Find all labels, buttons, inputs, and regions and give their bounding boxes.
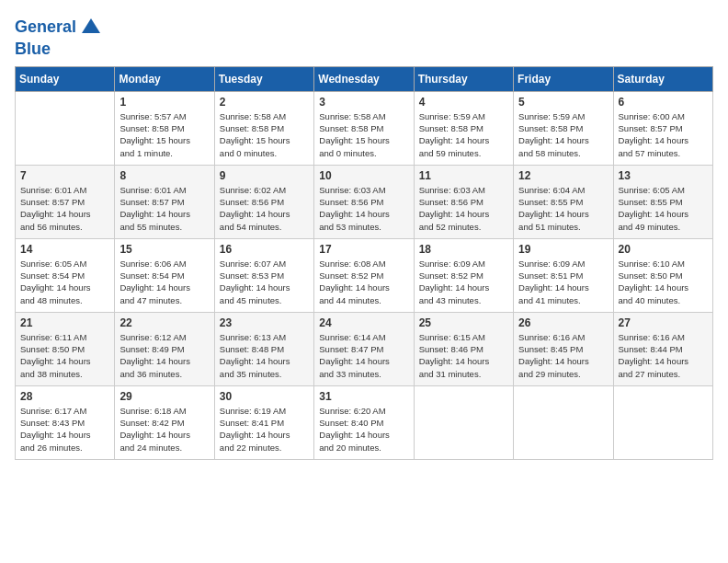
day-number: 19 <box>518 243 608 256</box>
day-number: 9 <box>220 169 309 182</box>
cell-info: Sunrise: 5:58 AM Sunset: 8:58 PM Dayligh… <box>319 110 408 159</box>
svg-marker-0 <box>82 18 100 33</box>
cell-info: Sunrise: 6:09 AM Sunset: 8:52 PM Dayligh… <box>419 258 508 306</box>
day-number: 3 <box>319 96 408 109</box>
day-number: 7 <box>20 169 109 182</box>
day-number: 1 <box>119 96 209 109</box>
cell-info: Sunrise: 6:15 AM Sunset: 8:46 PM Dayligh… <box>419 331 508 380</box>
day-number: 2 <box>220 96 309 109</box>
calendar-cell: 12Sunrise: 6:04 AM Sunset: 8:55 PM Dayli… <box>514 165 613 238</box>
calendar-cell: 29Sunrise: 6:18 AM Sunset: 8:42 PM Dayli… <box>115 385 214 459</box>
day-number: 21 <box>20 316 109 329</box>
day-number: 6 <box>619 96 708 109</box>
calendar-cell: 6Sunrise: 6:00 AM Sunset: 8:57 PM Daylig… <box>613 91 712 165</box>
calendar-cell: 7Sunrise: 6:01 AM Sunset: 8:57 PM Daylig… <box>16 165 115 238</box>
cell-info: Sunrise: 5:59 AM Sunset: 8:58 PM Dayligh… <box>419 110 508 159</box>
calendar-cell: 18Sunrise: 6:09 AM Sunset: 8:52 PM Dayli… <box>414 238 513 312</box>
calendar-cell: 22Sunrise: 6:12 AM Sunset: 8:49 PM Dayli… <box>115 312 214 385</box>
day-number: 23 <box>220 316 309 329</box>
day-header-friday: Friday <box>514 66 613 91</box>
calendar-cell: 1Sunrise: 5:57 AM Sunset: 8:58 PM Daylig… <box>115 91 214 165</box>
calendar-cell <box>16 91 115 165</box>
day-number: 22 <box>119 316 209 329</box>
cell-info: Sunrise: 6:17 AM Sunset: 8:43 PM Dayligh… <box>20 405 109 454</box>
cell-info: Sunrise: 6:13 AM Sunset: 8:48 PM Dayligh… <box>220 331 309 380</box>
calendar-cell: 25Sunrise: 6:15 AM Sunset: 8:46 PM Dayli… <box>414 312 513 385</box>
cell-info: Sunrise: 6:12 AM Sunset: 8:49 PM Dayligh… <box>119 331 209 380</box>
calendar-cell: 2Sunrise: 5:58 AM Sunset: 8:58 PM Daylig… <box>214 91 313 165</box>
calendar-cell: 28Sunrise: 6:17 AM Sunset: 8:43 PM Dayli… <box>16 385 115 459</box>
calendar-cell: 26Sunrise: 6:16 AM Sunset: 8:45 PM Dayli… <box>514 312 613 385</box>
calendar-cell <box>414 385 513 459</box>
calendar-cell: 23Sunrise: 6:13 AM Sunset: 8:48 PM Dayli… <box>214 312 313 385</box>
day-number: 15 <box>119 243 209 256</box>
cell-info: Sunrise: 6:02 AM Sunset: 8:56 PM Dayligh… <box>220 184 309 233</box>
calendar-cell: 8Sunrise: 6:01 AM Sunset: 8:57 PM Daylig… <box>115 165 214 238</box>
day-header-tuesday: Tuesday <box>214 66 313 91</box>
page-header: General Blue <box>15 15 713 59</box>
calendar-cell: 27Sunrise: 6:16 AM Sunset: 8:44 PM Dayli… <box>613 312 712 385</box>
calendar-cell: 20Sunrise: 6:10 AM Sunset: 8:50 PM Dayli… <box>613 238 712 312</box>
day-number: 18 <box>419 243 508 256</box>
day-number: 30 <box>220 390 309 403</box>
day-header-wednesday: Wednesday <box>314 66 414 91</box>
day-number: 26 <box>518 316 608 329</box>
cell-info: Sunrise: 6:16 AM Sunset: 8:45 PM Dayligh… <box>518 331 608 380</box>
day-number: 20 <box>619 243 708 256</box>
day-header-monday: Monday <box>115 66 214 91</box>
day-number: 5 <box>518 96 608 109</box>
calendar-cell: 10Sunrise: 6:03 AM Sunset: 8:56 PM Dayli… <box>314 165 414 238</box>
cell-info: Sunrise: 6:10 AM Sunset: 8:50 PM Dayligh… <box>619 258 708 306</box>
day-number: 10 <box>319 169 408 182</box>
calendar-cell: 17Sunrise: 6:08 AM Sunset: 8:52 PM Dayli… <box>314 238 414 312</box>
calendar-cell: 31Sunrise: 6:20 AM Sunset: 8:40 PM Dayli… <box>314 385 414 459</box>
day-number: 17 <box>319 243 408 256</box>
calendar-cell: 9Sunrise: 6:02 AM Sunset: 8:56 PM Daylig… <box>214 165 313 238</box>
cell-info: Sunrise: 6:16 AM Sunset: 8:44 PM Dayligh… <box>619 331 708 380</box>
calendar-cell: 4Sunrise: 5:59 AM Sunset: 8:58 PM Daylig… <box>414 91 513 165</box>
day-number: 16 <box>220 243 309 256</box>
cell-info: Sunrise: 6:11 AM Sunset: 8:50 PM Dayligh… <box>20 331 109 380</box>
calendar-cell: 3Sunrise: 5:58 AM Sunset: 8:58 PM Daylig… <box>314 91 414 165</box>
cell-info: Sunrise: 6:18 AM Sunset: 8:42 PM Dayligh… <box>119 405 209 454</box>
cell-info: Sunrise: 6:14 AM Sunset: 8:47 PM Dayligh… <box>319 331 408 380</box>
cell-info: Sunrise: 5:59 AM Sunset: 8:58 PM Dayligh… <box>518 110 608 159</box>
day-number: 28 <box>20 390 109 403</box>
cell-info: Sunrise: 6:01 AM Sunset: 8:57 PM Dayligh… <box>119 184 209 233</box>
calendar-cell: 5Sunrise: 5:59 AM Sunset: 8:58 PM Daylig… <box>514 91 613 165</box>
logo: General Blue <box>15 15 104 59</box>
calendar-cell: 16Sunrise: 6:07 AM Sunset: 8:53 PM Dayli… <box>214 238 313 312</box>
calendar-cell: 15Sunrise: 6:06 AM Sunset: 8:54 PM Dayli… <box>115 238 214 312</box>
calendar-cell: 11Sunrise: 6:03 AM Sunset: 8:56 PM Dayli… <box>414 165 513 238</box>
calendar-cell <box>514 385 613 459</box>
day-header-thursday: Thursday <box>414 66 513 91</box>
day-number: 4 <box>419 96 508 109</box>
calendar-cell: 30Sunrise: 6:19 AM Sunset: 8:41 PM Dayli… <box>214 385 313 459</box>
day-number: 27 <box>619 316 708 329</box>
day-number: 8 <box>119 169 209 182</box>
day-number: 13 <box>619 169 708 182</box>
cell-info: Sunrise: 6:09 AM Sunset: 8:51 PM Dayligh… <box>518 258 608 306</box>
cell-info: Sunrise: 6:05 AM Sunset: 8:54 PM Dayligh… <box>20 258 109 306</box>
calendar-cell <box>613 385 712 459</box>
calendar-cell: 13Sunrise: 6:05 AM Sunset: 8:55 PM Dayli… <box>613 165 712 238</box>
calendar-cell: 14Sunrise: 6:05 AM Sunset: 8:54 PM Dayli… <box>16 238 115 312</box>
day-header-saturday: Saturday <box>613 66 712 91</box>
day-number: 25 <box>419 316 508 329</box>
cell-info: Sunrise: 5:57 AM Sunset: 8:58 PM Dayligh… <box>119 110 209 159</box>
cell-info: Sunrise: 6:01 AM Sunset: 8:57 PM Dayligh… <box>20 184 109 233</box>
cell-info: Sunrise: 5:58 AM Sunset: 8:58 PM Dayligh… <box>220 110 309 159</box>
logo-text: General Blue <box>15 15 104 59</box>
day-number: 12 <box>518 169 608 182</box>
day-number: 11 <box>419 169 508 182</box>
calendar-cell: 21Sunrise: 6:11 AM Sunset: 8:50 PM Dayli… <box>16 312 115 385</box>
cell-info: Sunrise: 6:06 AM Sunset: 8:54 PM Dayligh… <box>119 258 209 306</box>
calendar-cell: 24Sunrise: 6:14 AM Sunset: 8:47 PM Dayli… <box>314 312 414 385</box>
cell-info: Sunrise: 6:20 AM Sunset: 8:40 PM Dayligh… <box>319 405 408 454</box>
cell-info: Sunrise: 6:03 AM Sunset: 8:56 PM Dayligh… <box>419 184 508 233</box>
day-number: 31 <box>319 390 408 403</box>
cell-info: Sunrise: 6:07 AM Sunset: 8:53 PM Dayligh… <box>220 258 309 306</box>
calendar-cell: 19Sunrise: 6:09 AM Sunset: 8:51 PM Dayli… <box>514 238 613 312</box>
cell-info: Sunrise: 6:19 AM Sunset: 8:41 PM Dayligh… <box>220 405 309 454</box>
cell-info: Sunrise: 6:04 AM Sunset: 8:55 PM Dayligh… <box>518 184 608 233</box>
